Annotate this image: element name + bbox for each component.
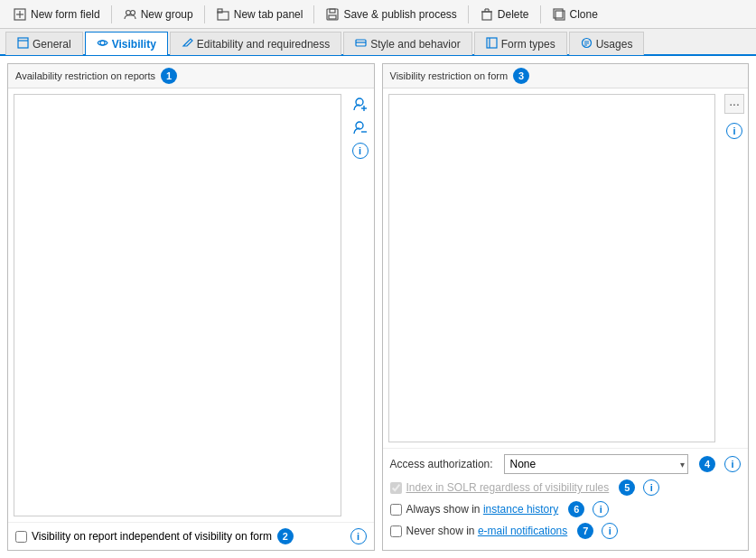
clone-label: Clone <box>570 8 598 21</box>
email-notifications-link[interactable]: e-mail notifications <box>478 525 567 537</box>
new-form-field-button[interactable]: New form field <box>5 5 107 24</box>
svg-rect-9 <box>329 15 336 19</box>
visibility-checkbox-text: Visibility on report independent of visi… <box>32 530 272 543</box>
right-panel-header: Visibility restriction on form 3 <box>383 64 749 88</box>
add-user-icon[interactable] <box>350 94 370 114</box>
left-side-icons: i <box>347 88 374 522</box>
index-info-icon[interactable]: i <box>643 479 659 496</box>
never-show-text: Never show in e-mail notifications <box>406 525 568 537</box>
left-info-circle: i <box>352 143 369 159</box>
save-publish-button[interactable]: Save & publish process <box>318 5 463 24</box>
svg-rect-8 <box>330 9 335 13</box>
save-publish-icon <box>325 7 340 22</box>
new-form-field-label: New form field <box>31 8 100 21</box>
new-group-label: New group <box>141 8 193 21</box>
svg-point-4 <box>130 10 135 14</box>
never-show-row: Never show in e-mail notifications 7 i <box>390 523 742 539</box>
left-info-icon[interactable]: i <box>350 141 370 161</box>
visibility-checkbox[interactable] <box>15 531 27 543</box>
right-info-icon[interactable]: i <box>724 121 744 141</box>
svg-rect-22 <box>487 38 497 48</box>
svg-rect-10 <box>482 12 491 20</box>
save-publish-label: Save & publish process <box>343 8 456 21</box>
left-list-area[interactable] <box>14 94 341 516</box>
never-show-info-icon[interactable]: i <box>602 523 618 539</box>
right-side-icons: ··· i <box>721 88 748 448</box>
always-show-checkbox[interactable] <box>390 504 402 516</box>
index-checkbox <box>390 482 402 494</box>
always-show-info-icon[interactable]: i <box>593 501 609 517</box>
access-info-icon[interactable]: i <box>724 456 741 472</box>
delete-button[interactable]: Delete <box>472 5 537 24</box>
form-types-icon <box>486 37 498 51</box>
footer-badge: 2 <box>277 528 294 544</box>
tab-general-label: General <box>33 38 71 51</box>
toolbar: New form field New group New tab panel S… <box>0 0 756 29</box>
ellipsis-button[interactable]: ··· <box>724 94 744 114</box>
tab-visibility[interactable]: Visibility <box>85 32 168 55</box>
new-group-icon <box>123 7 137 22</box>
sep5 <box>540 5 541 23</box>
always-show-badge: 6 <box>568 501 584 517</box>
tab-usages-label: Usages <box>596 38 633 51</box>
visibility-checkbox-label[interactable]: Visibility on report independent of visi… <box>15 530 272 543</box>
remove-user-icon[interactable] <box>350 117 370 137</box>
always-show-row: Always show in instance history 6 i <box>390 501 742 517</box>
right-list-area[interactable] <box>388 94 716 442</box>
general-icon <box>17 37 29 51</box>
left-panel-header: Availability restriction on reports 1 <box>8 64 374 88</box>
delete-label: Delete <box>498 8 529 21</box>
tab-style[interactable]: Style and behavior <box>343 32 471 55</box>
left-panel-body: i <box>8 88 374 522</box>
never-show-checkbox[interactable] <box>390 525 402 537</box>
delete-icon <box>480 7 494 22</box>
visibility-icon <box>97 37 108 51</box>
clone-button[interactable]: Clone <box>545 5 605 24</box>
style-icon <box>355 37 367 51</box>
instance-history-link[interactable]: instance history <box>483 503 558 516</box>
index-label: Index in SOLR regardless of visibility r… <box>406 481 610 494</box>
footer-info-icon[interactable]: i <box>350 528 367 544</box>
new-group-button[interactable]: New group <box>116 5 201 24</box>
tab-visibility-label: Visibility <box>112 38 156 51</box>
tab-editability[interactable]: Editability and requiredness <box>170 32 341 55</box>
access-row: Access authorization: None Read Write ▾ … <box>390 454 742 474</box>
usages-icon <box>581 37 593 51</box>
sep3 <box>313 5 314 23</box>
sep1 <box>111 5 112 23</box>
sep4 <box>468 5 469 23</box>
access-select-wrap: None Read Write ▾ <box>504 454 689 474</box>
tab-style-label: Style and behavior <box>370 38 460 51</box>
tabs-bar: General Visibility Editability and requi… <box>0 29 756 56</box>
access-select[interactable]: None Read Write <box>504 454 689 474</box>
right-panel: Visibility restriction on form 3 ··· i A… <box>382 63 750 551</box>
never-show-badge: 7 <box>577 523 593 539</box>
main-content: Availability restriction on reports 1 i <box>0 56 756 558</box>
right-panel-badge: 3 <box>513 68 529 84</box>
tab-general[interactable]: General <box>5 32 83 55</box>
new-tab-panel-label: New tab panel <box>234 8 303 21</box>
sep2 <box>204 5 205 23</box>
tab-form-types-label: Form types <box>501 38 555 51</box>
tab-usages[interactable]: Usages <box>569 32 645 55</box>
svg-point-3 <box>126 10 130 14</box>
svg-rect-17 <box>18 38 28 48</box>
right-info-circle: i <box>726 123 742 139</box>
right-panel-footer: Access authorization: None Read Write ▾ … <box>383 448 749 550</box>
access-badge: 4 <box>699 456 715 472</box>
tab-editability-label: Editability and requiredness <box>197 38 330 51</box>
index-row: Index in SOLR regardless of visibility r… <box>390 479 742 496</box>
left-panel-title: Availability restriction on reports <box>15 70 155 81</box>
left-panel: Availability restriction on reports 1 i <box>7 63 375 551</box>
left-panel-footer: Visibility on report independent of visi… <box>8 522 374 550</box>
left-panel-badge: 1 <box>161 68 177 84</box>
editability-icon <box>182 37 193 51</box>
right-panel-body: ··· i <box>383 88 749 448</box>
new-tab-panel-icon <box>216 7 230 22</box>
tab-form-types[interactable]: Form types <box>474 32 567 55</box>
index-badge: 5 <box>619 479 635 496</box>
new-tab-panel-button[interactable]: New tab panel <box>209 5 311 24</box>
always-show-text: Always show in instance history <box>406 503 559 516</box>
access-label: Access authorization: <box>390 458 499 470</box>
clone-icon <box>552 7 566 22</box>
